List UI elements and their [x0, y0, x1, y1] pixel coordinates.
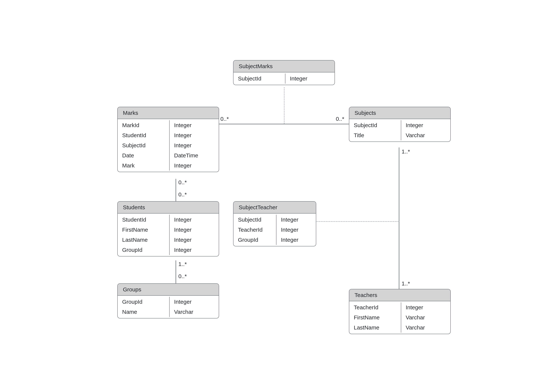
attr-type: Varchar	[401, 130, 429, 140]
er-diagram-canvas: 0..* 0..* 1..* 1..* 0..* 0..* 1..* 0..* …	[0, 0, 554, 392]
attr-type: Integer	[277, 215, 303, 225]
entity-body: SubjectId Integer Title Varchar	[349, 119, 450, 141]
entity-row: FirstName Varchar	[349, 313, 450, 322]
entity-header: Students	[118, 202, 219, 214]
entity-row: MarkId Integer	[118, 120, 219, 130]
entity-row: TeacherId Integer	[349, 302, 450, 313]
entity-body: StudentId Integer FirstName Integer Last…	[118, 214, 219, 256]
mult-marks-subjects-left: 0..*	[220, 116, 229, 122]
attr-type: DateTime	[170, 150, 203, 161]
attr-name: GroupId	[118, 245, 170, 255]
entity-row: Name Varchar	[118, 307, 219, 317]
entity-row: Title Varchar	[349, 130, 450, 140]
attr-type: Varchar	[401, 313, 429, 322]
connector-subjectmarks-link	[284, 87, 284, 124]
attr-type: Integer	[170, 161, 196, 171]
mult-students-groups-top: 1..*	[178, 261, 187, 267]
entity-body: MarkId Integer StudentId Integer Subject…	[118, 119, 219, 172]
attr-name: MarkId	[118, 120, 170, 130]
attr-name: StudentId	[118, 130, 170, 140]
entity-row: SubjectId Integer	[234, 215, 316, 225]
connector-subjectteacher-link	[316, 221, 399, 222]
entity-row: GroupId Integer	[118, 245, 219, 255]
entity-row: LastName Integer	[118, 235, 219, 245]
attr-type: Varchar	[401, 322, 429, 333]
attr-name: TeacherId	[234, 225, 277, 235]
attr-type: Integer	[401, 302, 427, 313]
entity-header: SubjectMarks	[234, 61, 334, 72]
attr-type: Integer	[170, 120, 196, 130]
entity-subjectteacher: SubjectTeacher SubjectId Integer Teacher…	[233, 201, 316, 246]
attr-type: Integer	[277, 225, 303, 235]
entity-row: SubjectId Integer	[234, 74, 334, 84]
entity-row: StudentId Integer	[118, 215, 219, 225]
entity-body: TeacherId Integer FirstName Varchar Last…	[349, 301, 450, 334]
entity-header: Teachers	[349, 289, 450, 301]
mult-subjects-teachers-top: 1..*	[402, 148, 410, 155]
entity-header: SubjectTeacher	[234, 202, 316, 214]
entity-groups: Groups GroupId Integer Name Varchar	[117, 283, 219, 318]
entity-row: LastName Varchar	[349, 322, 450, 333]
entity-teachers: Teachers TeacherId Integer FirstName Var…	[349, 289, 451, 334]
attr-name: GroupId	[118, 297, 170, 307]
attr-name: SubjectId	[118, 140, 170, 150]
attr-type: Integer	[277, 235, 303, 245]
entity-subjectmarks: SubjectMarks SubjectId Integer	[233, 60, 335, 85]
attr-type: Integer	[170, 245, 196, 255]
entity-body: SubjectId Integer TeacherId Integer Grou…	[234, 214, 316, 246]
attr-name: TeacherId	[349, 302, 401, 313]
attr-type: Integer	[285, 74, 312, 84]
entity-row: StudentId Integer	[118, 130, 219, 140]
attr-type: Integer	[170, 225, 196, 235]
attr-name: StudentId	[118, 215, 170, 225]
entity-row: GroupId Integer	[118, 297, 219, 307]
attr-name: Name	[118, 307, 170, 317]
attr-type: Varchar	[170, 307, 198, 317]
attr-name: SubjectId	[234, 74, 285, 84]
mult-marks-students-bottom: 0..*	[178, 191, 187, 198]
attr-type: Integer	[401, 120, 427, 130]
entity-students: Students StudentId Integer FirstName Int…	[117, 201, 219, 257]
entity-body: GroupId Integer Name Varchar	[118, 296, 219, 318]
attr-name: LastName	[118, 235, 170, 245]
connector-students-groups	[176, 260, 176, 284]
attr-type: Integer	[170, 140, 196, 150]
mult-marks-students-top: 0..*	[178, 179, 187, 186]
entity-marks: Marks MarkId Integer StudentId Integer S…	[117, 107, 219, 172]
entity-row: FirstName Integer	[118, 225, 219, 235]
attr-name: Title	[349, 130, 401, 140]
entity-header: Groups	[118, 284, 219, 296]
attr-name: SubjectId	[349, 120, 401, 130]
entity-row: Date DateTime	[118, 150, 219, 161]
mult-subjects-teachers-bottom: 1..*	[402, 280, 410, 287]
attr-name: LastName	[349, 322, 401, 333]
attr-name: GroupId	[234, 235, 277, 245]
attr-name: Date	[118, 150, 170, 161]
entity-header: Subjects	[349, 107, 450, 119]
connector-marks-students	[176, 179, 176, 201]
entity-row: Mark Integer	[118, 161, 219, 171]
attr-type: Integer	[170, 130, 196, 140]
connector-marks-subjects	[219, 124, 349, 124]
entity-body: SubjectId Integer	[234, 72, 334, 85]
entity-row: SubjectId Integer	[118, 140, 219, 150]
mult-students-groups-bottom: 0..*	[178, 273, 187, 280]
entity-row: SubjectId Integer	[349, 120, 450, 130]
attr-name: Mark	[118, 161, 170, 171]
attr-type: Integer	[170, 235, 196, 245]
mult-marks-subjects-right: 0..*	[336, 116, 344, 122]
attr-type: Integer	[170, 215, 196, 225]
attr-name: FirstName	[349, 313, 401, 322]
entity-header: Marks	[118, 107, 219, 119]
attr-name: FirstName	[118, 225, 170, 235]
entity-row: TeacherId Integer	[234, 225, 316, 235]
attr-type: Integer	[170, 297, 196, 307]
connector-subjects-teachers	[399, 147, 399, 289]
attr-name: SubjectId	[234, 215, 277, 225]
entity-row: GroupId Integer	[234, 235, 316, 245]
entity-subjects: Subjects SubjectId Integer Title Varchar	[349, 107, 451, 142]
